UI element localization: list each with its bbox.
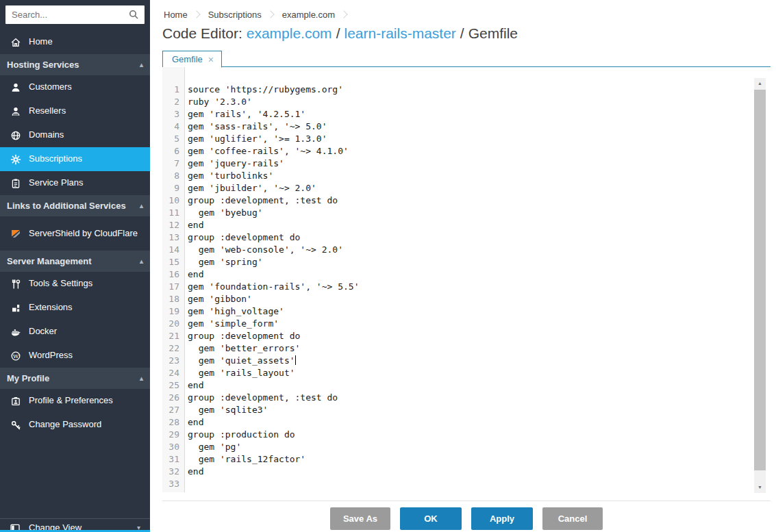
sidebar-item-label: Home <box>29 36 58 47</box>
code-text: group :development do <box>184 330 300 342</box>
code-line: 19gem 'high_voltage' <box>162 305 771 318</box>
svg-text:W: W <box>13 353 19 359</box>
code-line: 23 gem 'quiet_assets' <box>162 355 771 367</box>
code-text: gem 'rails', '4.2.5.1' <box>184 108 305 121</box>
code-text: gem 'jquery-rails' <box>184 157 284 170</box>
line-number: 33 <box>162 478 184 490</box>
code-editor[interactable]: 1source 'https://rubygems.org'2ruby '2.3… <box>162 67 771 492</box>
line-number: 17 <box>162 281 184 293</box>
line-number: 32 <box>162 466 184 478</box>
domains-icon <box>10 130 22 141</box>
sidebar-item-extensions[interactable]: Extensions <box>0 296 150 320</box>
code-text: gem 'simple_form' <box>184 318 279 330</box>
chevron-up-icon: ▴ <box>140 375 143 382</box>
chevron-up-icon: ▴ <box>140 61 143 68</box>
repo-link[interactable]: learn-rails-master <box>344 25 455 42</box>
tools-settings-icon <box>10 279 22 290</box>
page-title: Code Editor: example.com / learn-rails-m… <box>162 25 771 42</box>
scrollbar-thumb[interactable] <box>754 90 766 470</box>
line-number: 27 <box>162 404 184 416</box>
tab-strip: Gemfile × <box>162 50 771 67</box>
sidebar-item-profile-preferences[interactable]: Profile & Preferences <box>0 389 150 413</box>
editor-scrollbar[interactable]: ▲ ▼ <box>754 78 766 493</box>
code-line: 18gem 'gibbon' <box>162 293 771 305</box>
code-line: 33 <box>162 478 771 490</box>
scroll-up-icon[interactable]: ▲ <box>754 78 766 89</box>
breadcrumb-item[interactable]: example.com <box>281 10 336 20</box>
code-line: 25end <box>162 379 771 392</box>
code-line: 24 gem 'rails_layout' <box>162 367 771 379</box>
sidebar-item-customers[interactable]: Customers <box>0 75 150 99</box>
key-icon <box>10 420 22 431</box>
sidebar-section-header[interactable]: Hosting Services▴ <box>0 54 150 75</box>
sidebar-item-tools-settings[interactable]: Tools & Settings <box>0 272 150 296</box>
code-text: gem 'high_voltage' <box>184 305 284 318</box>
line-number: 20 <box>162 318 184 330</box>
breadcrumb-item[interactable]: Home <box>162 10 189 20</box>
tab-close-icon[interactable]: × <box>208 54 214 65</box>
line-number: 16 <box>162 268 184 281</box>
code-line: 7gem 'jquery-rails' <box>162 157 771 170</box>
search-icon[interactable] <box>128 9 140 21</box>
sidebar-item-docker[interactable]: Docker <box>0 320 150 344</box>
text-cursor <box>295 355 296 365</box>
line-number: 29 <box>162 429 184 441</box>
sidebar-item-change-password[interactable]: Change Password <box>0 413 150 437</box>
code-line: 9gem 'jbuilder', '~> 2.0' <box>162 182 771 194</box>
code-line: 29group :production do <box>162 429 771 441</box>
code-line: 4gem 'sass-rails', '~> 5.0' <box>162 121 771 133</box>
site-link[interactable]: example.com <box>247 25 332 42</box>
code-text <box>184 478 188 490</box>
sidebar-item-servershield-by-cloudflare[interactable]: ServerShield by CloudFlare <box>0 216 150 251</box>
profile-icon <box>10 396 22 407</box>
line-number: 7 <box>162 157 184 170</box>
code-text: gem 'jbuilder', '~> 2.0' <box>184 182 316 194</box>
ok-button[interactable]: OK <box>400 507 462 530</box>
plesk-app: HomeHosting Services▴CustomersResellersD… <box>0 0 776 532</box>
code-text: gem 'rails_layout' <box>184 367 295 379</box>
line-number: 15 <box>162 256 184 268</box>
cancel-button[interactable]: Cancel <box>542 507 603 530</box>
sidebar-item-domains[interactable]: Domains <box>0 123 150 147</box>
sidebar-section-header[interactable]: Links to Additional Services▴ <box>0 195 150 216</box>
breadcrumb-item[interactable]: Subscriptions <box>207 10 263 20</box>
sidebar-section-header[interactable]: Server Management▴ <box>0 251 150 272</box>
line-number: 23 <box>162 355 184 367</box>
code-text: source 'https://rubygems.org' <box>184 84 343 96</box>
section-header-label: Links to Additional Services <box>7 201 140 211</box>
sidebar-item-service-plans[interactable]: Service Plans <box>0 171 150 195</box>
sidebar-item-label: WordPress <box>29 350 78 361</box>
sidebar-item-label: Subscriptions <box>29 153 88 164</box>
code-line: 22 gem 'better_errors' <box>162 342 771 355</box>
chevron-up-icon: ▴ <box>140 202 143 210</box>
sidebar-item-label: Resellers <box>29 105 71 116</box>
tab-gemfile[interactable]: Gemfile × <box>162 51 222 68</box>
sidebar-item-wordpress[interactable]: WWordPress <box>0 344 150 368</box>
breadcrumb-chevron-icon <box>340 10 347 18</box>
code-text: gem 'spring' <box>184 256 263 268</box>
sidebar-item-resellers[interactable]: Resellers <box>0 99 150 123</box>
code-text: gem 'pg' <box>184 441 241 453</box>
code-text: end <box>184 268 203 281</box>
breadcrumb-chevron-icon <box>192 10 200 18</box>
resellers-icon <box>10 106 22 117</box>
code-text: end <box>184 379 203 392</box>
scroll-down-icon[interactable]: ▼ <box>754 482 766 493</box>
save-as-button[interactable]: Save As <box>330 507 390 530</box>
sidebar-item-subscriptions[interactable]: Subscriptions <box>0 147 150 171</box>
sidebar-item-label: ServerShield by CloudFlare <box>29 228 143 239</box>
search-input[interactable] <box>5 5 145 24</box>
line-number: 14 <box>162 244 184 256</box>
code-lines: 1source 'https://rubygems.org'2ruby '2.3… <box>162 84 771 490</box>
line-number: 24 <box>162 367 184 379</box>
apply-button[interactable]: Apply <box>471 507 533 530</box>
line-number: 13 <box>162 231 184 244</box>
sidebar-item-label: Customers <box>29 81 77 92</box>
servershield-icon <box>10 228 22 239</box>
section-header-label: My Profile <box>7 373 140 383</box>
code-text: gem 'sqlite3' <box>184 404 268 416</box>
sidebar-item-home[interactable]: Home <box>0 30 150 54</box>
sidebar-section-header[interactable]: My Profile▴ <box>0 368 150 389</box>
code-line: 14 gem 'web-console', '~> 2.0' <box>162 244 771 256</box>
action-bar: Save As OK Apply Cancel <box>162 501 771 530</box>
